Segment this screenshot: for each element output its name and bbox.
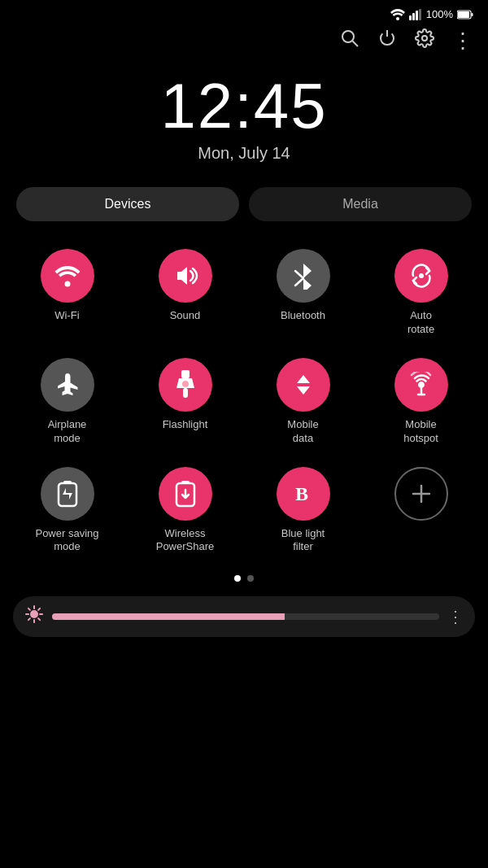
settings-button[interactable]	[415, 28, 434, 53]
qs-add-circle	[394, 467, 448, 521]
svg-point-10	[422, 36, 427, 41]
qs-flashlight-circle	[159, 358, 212, 412]
page-dot-2	[247, 575, 254, 582]
qs-add[interactable]	[362, 459, 480, 565]
battery-icon	[457, 10, 473, 20]
svg-line-30	[28, 608, 30, 610]
brightness-track[interactable]	[52, 613, 439, 620]
qs-wifi[interactable]: Wi-Fi	[8, 241, 126, 347]
svg-line-9	[353, 41, 359, 47]
svg-rect-14	[183, 388, 188, 398]
qs-hotspot[interactable]: Mobilehotspot	[362, 350, 480, 456]
qs-bluelight-circle: B	[277, 467, 330, 521]
qs-wireless[interactable]: WirelessPowerShare	[126, 459, 244, 565]
svg-rect-2	[412, 13, 415, 20]
devices-tab[interactable]: Devices	[16, 187, 239, 221]
brightness-menu-icon[interactable]: ⋮	[447, 607, 464, 626]
qs-flashlight[interactable]: Flashlight	[126, 350, 244, 456]
svg-text:B: B	[295, 483, 308, 504]
svg-point-15	[182, 381, 189, 387]
more-button[interactable]: ⋮	[452, 30, 473, 51]
svg-line-33	[28, 618, 30, 620]
qs-wireless-label: WirelessPowerShare	[156, 527, 215, 555]
qs-airplane-label: Airplanemode	[48, 418, 87, 446]
svg-rect-13	[181, 370, 190, 378]
qs-wifi-circle	[41, 249, 94, 303]
qs-airplane-circle	[41, 358, 94, 412]
qs-bluelight[interactable]: B Blue lightfilter	[244, 459, 362, 565]
clock-date: Mon, July 14	[0, 144, 488, 163]
qs-autorotate-label: Autorotate	[407, 309, 434, 337]
qs-sound-label: Sound	[170, 309, 201, 323]
svg-rect-19	[63, 481, 72, 484]
qs-wifi-label: Wi-Fi	[54, 309, 79, 323]
svg-rect-3	[416, 11, 418, 20]
qs-powersave[interactable]: Power savingmode	[8, 459, 126, 565]
qs-hotspot-label: Mobilehotspot	[403, 418, 438, 446]
svg-rect-21	[181, 481, 190, 484]
qs-autorotate[interactable]: Autorotate	[362, 241, 480, 347]
qs-bluetooth-label: Bluetooth	[281, 309, 325, 323]
svg-point-0	[396, 17, 399, 20]
qs-sound[interactable]: Sound	[126, 241, 244, 347]
qs-bluetooth[interactable]: Bluetooth	[244, 241, 362, 347]
quick-settings-grid: Wi-Fi Sound Bluetooth	[0, 234, 488, 570]
page-dot-1	[234, 575, 241, 582]
qs-powersave-circle	[41, 467, 94, 521]
qs-bluelight-label: Blue lightfilter	[281, 527, 325, 555]
qs-bluetooth-circle	[277, 249, 330, 303]
qs-mobiledata[interactable]: Mobiledata	[244, 350, 362, 456]
qs-wireless-circle	[159, 467, 212, 521]
wifi-status-icon	[390, 9, 405, 20]
qs-flashlight-label: Flashlight	[163, 418, 208, 432]
brightness-row[interactable]: ⋮	[13, 596, 475, 637]
search-button[interactable]	[340, 28, 359, 53]
svg-point-12	[419, 273, 424, 278]
page-dots	[0, 570, 488, 593]
qs-mobiledata-circle	[277, 358, 330, 412]
svg-point-25	[30, 610, 38, 618]
svg-rect-7	[472, 13, 473, 16]
status-icons: 100%	[390, 8, 473, 20]
battery-status: 100%	[426, 8, 453, 20]
qs-mobiledata-label: Mobiledata	[287, 418, 318, 446]
tab-row: Devices Media	[0, 169, 488, 234]
qs-hotspot-circle	[394, 358, 448, 412]
svg-point-11	[64, 281, 70, 287]
clock-time: 12:45	[0, 74, 488, 137]
qs-powersave-label: Power savingmode	[35, 527, 98, 555]
signal-status-icon	[409, 9, 422, 20]
clock-section: 12:45 Mon, July 14	[0, 58, 488, 169]
qs-airplane[interactable]: Airplanemode	[8, 350, 126, 456]
brightness-icon	[24, 604, 44, 629]
svg-line-32	[38, 608, 40, 610]
power-button[interactable]	[377, 28, 397, 53]
svg-point-8	[342, 31, 354, 42]
svg-rect-1	[409, 15, 412, 20]
svg-rect-4	[419, 9, 421, 20]
svg-rect-6	[458, 11, 469, 18]
status-bar: 100%	[0, 0, 488, 24]
qs-autorotate-circle	[394, 249, 448, 303]
top-actions: ⋮	[0, 24, 488, 58]
media-tab[interactable]: Media	[249, 187, 472, 221]
svg-line-31	[38, 618, 40, 620]
qs-sound-circle	[159, 249, 212, 303]
